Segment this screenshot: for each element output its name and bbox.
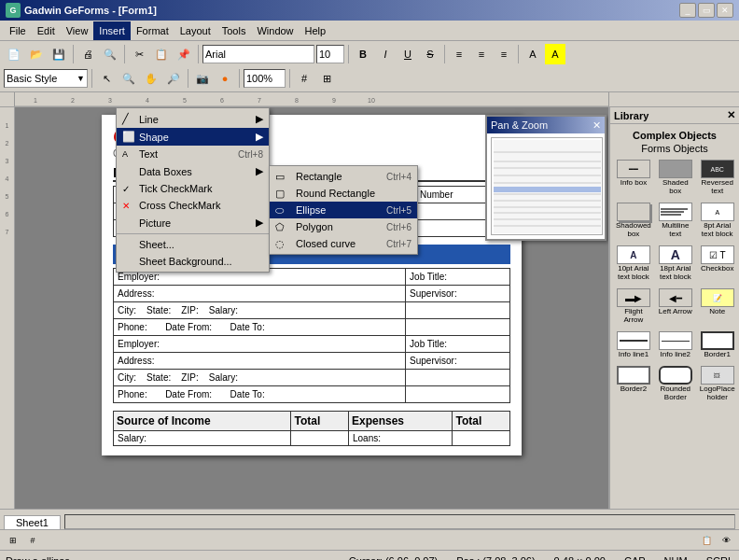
grid-toggle-button[interactable]: # xyxy=(23,532,42,549)
print-button[interactable]: 🖨 xyxy=(77,44,98,64)
menu-window[interactable]: Window xyxy=(251,21,299,40)
minimize-button[interactable]: _ xyxy=(679,3,696,18)
canvas-area[interactable]: Comp Click here to add form title Name/A… xyxy=(15,107,608,509)
lib-line1[interactable]: Info line1 xyxy=(614,329,653,360)
menu-view[interactable]: View xyxy=(61,21,94,40)
zoom-out-button[interactable]: 🔎 xyxy=(163,68,184,89)
menu-item-tick[interactable]: ✓ Tick CheckMark xyxy=(117,180,269,197)
grid-button[interactable]: # xyxy=(294,68,314,89)
window-controls: _ ▭ ✕ xyxy=(679,3,733,18)
pan-zoom-preview[interactable] xyxy=(491,137,603,235)
lib-reversed[interactable]: ABC Reversed text xyxy=(698,158,737,197)
toolbar-area: 📄 📂 💾 🖨 🔍 ✂ 📋 📌 B I U S ≡ ≡ ≡ A A Basic … xyxy=(0,41,739,92)
menu-item-sheetbg[interactable]: Sheet Background... xyxy=(117,253,269,270)
lib-text8[interactable]: A 8pt Arial text block xyxy=(698,201,737,240)
align-left-button[interactable]: ≡ xyxy=(449,44,469,64)
italic-button[interactable]: I xyxy=(375,44,396,64)
preview-svg xyxy=(492,138,603,235)
underline-button[interactable]: U xyxy=(397,44,418,64)
lib-multiline[interactable]: Multiline text xyxy=(657,201,694,240)
lib-infobox-icon: ━━ xyxy=(617,160,650,178)
lib-logo[interactable]: 🖼 LogoPlace holder xyxy=(698,364,737,403)
zoom-input[interactable] xyxy=(244,69,286,88)
color-button[interactable]: A xyxy=(523,44,543,64)
lib-checkbox[interactable]: ☑ T Checkbox xyxy=(698,244,737,283)
status-num: NUM xyxy=(664,555,688,561)
zoom-in-button[interactable]: 🔍 xyxy=(119,68,139,89)
menu-insert[interactable]: Insert xyxy=(93,21,131,40)
print-preview-button[interactable]: 🔍 xyxy=(100,44,120,64)
menu-sheet-label: Sheet... xyxy=(139,239,174,250)
close-button[interactable]: ✕ xyxy=(717,3,733,18)
font-size-input[interactable] xyxy=(316,45,344,63)
lib-text18[interactable]: A 18pt Arial text block xyxy=(657,244,694,283)
lib-arrow-flight[interactable]: ▬▶ Flight Arrow xyxy=(614,287,653,326)
new-button[interactable]: 📄 xyxy=(4,44,24,64)
restore-button[interactable]: ▭ xyxy=(698,3,715,18)
menu-item-sheet[interactable]: Sheet... xyxy=(117,236,269,253)
font-name-input[interactable] xyxy=(202,45,314,63)
menu-item-text[interactable]: A Text Ctrl+8 xyxy=(117,146,269,162)
svg-text:2: 2 xyxy=(71,97,75,104)
lib-line2[interactable]: Info line2 xyxy=(657,329,694,360)
bold-button[interactable]: B xyxy=(353,44,373,64)
save-button[interactable]: 💾 xyxy=(49,44,69,64)
menu-tools[interactable]: Tools xyxy=(216,21,252,40)
lib-border-round[interactable]: Rounded Border xyxy=(657,364,694,403)
menu-edit[interactable]: Edit xyxy=(32,21,61,40)
zoom-fit-button[interactable]: ⊞ xyxy=(4,532,22,549)
form-mode-button[interactable]: 📋 xyxy=(697,532,716,549)
horizontal-scrollbar[interactable] xyxy=(64,514,735,529)
emp2-cell: Employer: xyxy=(114,336,406,353)
hand-tool[interactable]: ✋ xyxy=(141,68,161,89)
library-section2-title: Forms Objects xyxy=(614,143,735,154)
menu-file[interactable]: File xyxy=(4,21,32,40)
employment-table-1: Employer: Job Title: Address: Supervisor… xyxy=(113,268,510,403)
menu-layout[interactable]: Layout xyxy=(174,21,216,40)
menu-picture-label: Picture xyxy=(139,217,171,229)
lib-text10[interactable]: A 10pt Arial text block xyxy=(614,244,653,283)
style-dropdown[interactable]: Basic Style ▼ xyxy=(4,69,88,88)
lib-note[interactable]: 📝 Note xyxy=(698,287,737,326)
menu-help[interactable]: Help xyxy=(300,21,332,40)
lib-multiline-icon xyxy=(659,203,692,221)
bgcolor-button[interactable]: A xyxy=(545,44,565,64)
strikethrough-button[interactable]: S xyxy=(420,44,440,64)
pointer-tool[interactable]: ↖ xyxy=(96,68,117,89)
lib-shadedbox[interactable]: Shaded box xyxy=(657,158,694,197)
sep5 xyxy=(444,45,445,63)
snap-button[interactable]: ⊞ xyxy=(316,68,337,89)
pan-zoom-close[interactable]: ✕ xyxy=(593,119,601,132)
sheet-tab[interactable]: Sheet1 xyxy=(4,515,61,529)
menu-item-databoxes[interactable]: Data Boxes ▶ xyxy=(117,162,269,180)
shape-rectangle[interactable]: ▭ Rectangle Ctrl+4 xyxy=(270,168,417,185)
copy-button[interactable]: 📋 xyxy=(151,44,172,64)
camera-button[interactable]: 📷 xyxy=(192,68,213,89)
databoxes-arrow: ▶ xyxy=(256,165,263,177)
menu-format[interactable]: Format xyxy=(131,21,174,40)
lib-infobox[interactable]: ━━ Info box xyxy=(614,158,653,197)
align-right-button[interactable]: ≡ xyxy=(494,44,514,64)
library-close[interactable]: ✕ xyxy=(727,109,735,121)
menu-item-line[interactable]: ╱ Line ▶ xyxy=(117,110,269,128)
align-center-button[interactable]: ≡ xyxy=(471,44,492,64)
shape-closed-curve[interactable]: ◌ Closed curve Ctrl+7 xyxy=(270,235,417,252)
menu-item-picture[interactable]: Picture ▶ xyxy=(117,214,269,231)
shape-ellipse[interactable]: ⬭ Ellipse Ctrl+5 xyxy=(270,202,417,218)
lib-border2-label: Border2 xyxy=(620,385,647,393)
shape-polygon[interactable]: ⬠ Polygon Ctrl+6 xyxy=(270,218,417,235)
lib-arrow-left[interactable]: ◀━ Left Arrow xyxy=(657,287,694,326)
menu-item-cross[interactable]: ✕ Cross CheckMark xyxy=(117,197,269,214)
lib-border2[interactable]: Border2 xyxy=(614,364,653,403)
preview-mode-button[interactable]: 👁 xyxy=(717,532,735,549)
title-bar: G Gadwin GeForms - [Form1] _ ▭ ✕ xyxy=(0,0,739,21)
shape-round-rect[interactable]: ▢ Round Rectangle xyxy=(270,185,417,202)
lib-arrow-flight-icon: ▬▶ xyxy=(617,288,650,307)
lib-border1[interactable]: Border1 xyxy=(698,329,737,360)
open-button[interactable]: 📂 xyxy=(26,44,47,64)
color-pick-button[interactable]: ● xyxy=(215,68,235,89)
cut-button[interactable]: ✂ xyxy=(129,44,149,64)
paste-button[interactable]: 📌 xyxy=(174,44,194,64)
menu-item-shape[interactable]: ⬜ Shape ▶ xyxy=(117,128,269,146)
lib-shadow[interactable]: Shadowed box xyxy=(614,201,653,240)
